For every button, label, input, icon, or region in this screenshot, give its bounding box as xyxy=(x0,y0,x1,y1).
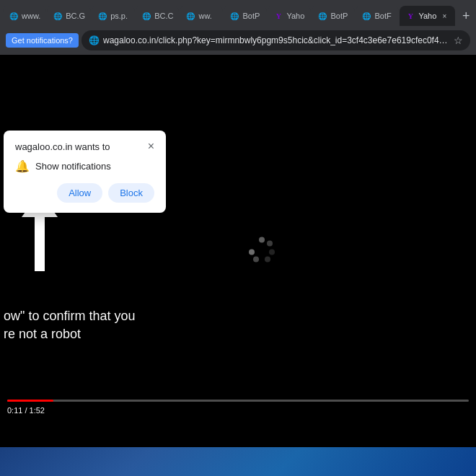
svg-point-5 xyxy=(249,250,255,255)
popup-notification-row: 🔔 Show notifications xyxy=(15,159,154,173)
popup-notification-label: Show notifications xyxy=(35,161,111,172)
taskbar-background xyxy=(0,447,476,476)
content-area: ow" to confirm that you re not a robot w… xyxy=(0,55,476,447)
tab-1-favicon: 🌐 xyxy=(9,11,19,21)
tab-8-label: BotP xyxy=(330,12,348,20)
allow-button[interactable]: Allow xyxy=(57,183,102,203)
notification-popup: wagaloo.co.in wants to × 🔔 Show notifica… xyxy=(4,131,166,213)
address-text: wagaloo.co.in/click.php?key=mirmnbwly6pg… xyxy=(103,35,449,45)
robot-text-line2: re not a robot xyxy=(4,325,135,343)
tab-8[interactable]: 🌐 BotP xyxy=(312,6,355,26)
tab-5-favicon: 🌐 xyxy=(185,11,195,21)
tab-10[interactable]: Y Yaho × xyxy=(400,6,455,26)
tab-2[interactable]: 🌐 BC.G xyxy=(47,6,91,26)
tab-2-label: BC.G xyxy=(66,12,85,20)
browser-frame: 🌐 www. 🌐 BC.G 🌐 ps.p. 🌐 BC.C 🌐 ww. 🌐 Bot… xyxy=(0,0,476,476)
tab-2-favicon: 🌐 xyxy=(53,11,63,21)
block-button[interactable]: Block xyxy=(108,183,154,203)
tab-7-favicon: Y xyxy=(273,11,283,21)
svg-point-3 xyxy=(265,257,270,263)
toolbar: Get notifications? 🌐 wagaloo.co.in/click… xyxy=(0,26,476,55)
popup-header: wagaloo.co.in wants to × xyxy=(15,141,154,152)
tab-9[interactable]: 🌐 BotF xyxy=(356,6,399,26)
tab-7[interactable]: Y Yaho xyxy=(268,6,311,26)
video-background xyxy=(0,55,476,447)
tab-1-label: www. xyxy=(22,12,40,20)
tab-10-favicon: Y xyxy=(405,11,415,21)
tab-4-favicon: 🌐 xyxy=(141,11,151,21)
robot-text-line1: ow" to confirm that you xyxy=(4,307,135,325)
robot-text: ow" to confirm that you re not a robot xyxy=(4,307,135,343)
tab-3[interactable]: 🌐 ps.p. xyxy=(92,6,135,26)
progress-bar[interactable] xyxy=(7,400,469,402)
tab-bar: 🌐 www. 🌐 BC.G 🌐 ps.p. 🌐 BC.C 🌐 ww. 🌐 Bot… xyxy=(0,0,476,26)
tab-5[interactable]: 🌐 ww. xyxy=(180,6,223,26)
tab-10-close[interactable]: × xyxy=(439,11,449,21)
tab-9-label: BotF xyxy=(374,12,391,20)
tab-4-label: BC.C xyxy=(154,12,173,20)
bell-icon: 🔔 xyxy=(15,159,30,173)
notification-button[interactable]: Get notifications? xyxy=(6,33,79,48)
new-tab-button[interactable]: + xyxy=(456,6,476,26)
svg-point-2 xyxy=(269,250,275,255)
tab-4[interactable]: 🌐 BC.C xyxy=(136,6,179,26)
tab-3-favicon: 🌐 xyxy=(97,11,107,21)
popup-close-button[interactable]: × xyxy=(148,141,154,152)
bookmark-icon[interactable]: ☆ xyxy=(454,35,463,46)
svg-point-4 xyxy=(253,257,259,263)
tab-6-label: BotP xyxy=(242,12,260,20)
loading-spinner xyxy=(246,234,278,268)
popup-buttons: Allow Block xyxy=(15,183,154,203)
progress-fill xyxy=(7,400,53,402)
tab-1[interactable]: 🌐 www. xyxy=(3,6,46,26)
tab-7-label: Yaho xyxy=(286,12,304,20)
tab-5-label: ww. xyxy=(198,12,211,20)
video-controls: 0:11 / 1:52 xyxy=(0,397,476,418)
spinner-svg xyxy=(246,234,278,266)
taskbar xyxy=(0,447,476,476)
tab-6-favicon: 🌐 xyxy=(229,11,239,21)
arrow-shaft xyxy=(35,217,45,271)
tab-6[interactable]: 🌐 BotP xyxy=(224,6,267,26)
popup-title: wagaloo.co.in wants to xyxy=(15,141,110,152)
tab-10-label: Yaho xyxy=(418,12,436,20)
svg-point-1 xyxy=(267,241,273,247)
address-bar[interactable]: 🌐 wagaloo.co.in/click.php?key=mirmnbwly6… xyxy=(81,30,470,50)
time-display: 0:11 / 1:52 xyxy=(7,406,45,415)
tab-8-favicon: 🌐 xyxy=(317,11,327,21)
tab-3-label: ps.p. xyxy=(110,12,128,20)
tab-9-favicon: 🌐 xyxy=(361,11,371,21)
svg-point-0 xyxy=(259,237,265,243)
address-favicon: 🌐 xyxy=(89,35,99,45)
